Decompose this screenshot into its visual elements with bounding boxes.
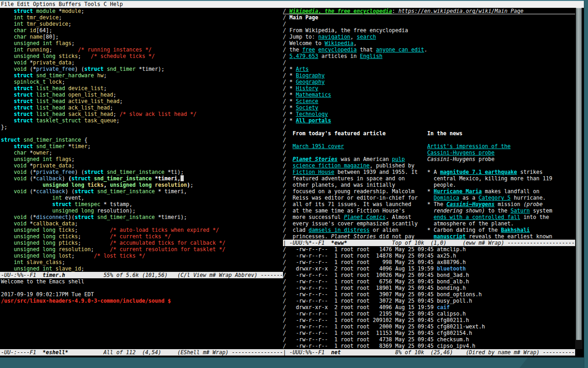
eshell-buffer[interactable]: Welcome to the Emacs shell2017-09-19 09:… bbox=[0, 278, 281, 349]
eww-link[interactable]: Saturn bbox=[510, 207, 530, 214]
minibuffer[interactable] bbox=[0, 356, 575, 357]
text-segment: long bbox=[139, 182, 152, 188]
text-segment bbox=[1, 8, 14, 14]
text-segment bbox=[1, 240, 14, 246]
eww-link[interactable]: Planet Stories bbox=[293, 156, 338, 162]
eww-link[interactable]: History bbox=[296, 85, 318, 92]
code-line: struct list_head open_list_head; bbox=[1, 92, 281, 98]
eww-link[interactable]: science fiction magazine bbox=[293, 162, 370, 169]
eww-link[interactable]: Category 5 bbox=[479, 195, 511, 201]
dired-file-name[interactable]: bond_options.h bbox=[437, 291, 482, 298]
eww-link[interactable]: Artist's impression of the bbox=[427, 143, 510, 150]
eww-link[interactable]: Cassini-Huygens probe bbox=[427, 150, 495, 156]
eww-link[interactable]: Biography bbox=[296, 72, 325, 79]
text-segment bbox=[27, 34, 30, 40]
text-segment: unsigned bbox=[14, 253, 40, 259]
dired-directory-name[interactable]: caif bbox=[437, 304, 450, 310]
scrollbar-track[interactable] bbox=[575, 8, 582, 349]
dired-file-name[interactable]: calipso.h bbox=[437, 310, 466, 317]
emacs-frame: FileEditOptionsBuffersToolsCHelp struct … bbox=[0, 0, 584, 357]
eww-link[interactable]: 5,479,653 bbox=[289, 53, 318, 59]
eww-link[interactable]: Planet Comics bbox=[344, 214, 386, 220]
text-segment: ; bbox=[72, 162, 75, 169]
dired-file-name[interactable]: cipso_ipv4.h bbox=[437, 343, 475, 349]
eww-content-line: / From Wikipedia, the free encyclopedia bbox=[283, 27, 575, 34]
dired-file-name[interactable]: atmclip.h bbox=[437, 246, 466, 253]
eww-link[interactable]: search bbox=[357, 34, 376, 40]
dired-file-name[interactable]: bond_3ad.h bbox=[437, 272, 469, 278]
menu-item-c[interactable]: C bbox=[104, 1, 107, 8]
dired-file-name[interactable]: cfg802154.h bbox=[437, 330, 472, 336]
eww-link[interactable]: damsels in distress bbox=[309, 227, 370, 233]
dired-file-name[interactable]: ax25.h bbox=[437, 253, 456, 259]
text-segment: people. bbox=[427, 182, 456, 188]
menu-item-edit[interactable]: Edit bbox=[17, 1, 30, 8]
dired-file-name[interactable]: cfg80211-wext.h bbox=[437, 323, 485, 330]
text-segment: *timeri); bbox=[155, 214, 187, 220]
dired-buffer-net[interactable]: / -rw-r--r-- 1 root root 1476 May 25 09:… bbox=[283, 246, 575, 349]
dired-file-name[interactable]: checksum.h bbox=[437, 336, 469, 343]
eww-link[interactable]: Fiction House bbox=[293, 169, 334, 175]
text-segment: timer bbox=[72, 143, 88, 150]
window-divider-glyph: / bbox=[283, 124, 289, 130]
text-segment: timespec bbox=[75, 201, 101, 207]
eww-link[interactable]: English bbox=[360, 53, 383, 59]
code-buffer-timer-h[interactable]: struct module *module; int tmr_device; i… bbox=[0, 8, 281, 273]
menu-item-options[interactable]: Options bbox=[33, 1, 56, 8]
code-line: int event, bbox=[1, 195, 281, 201]
eww-link[interactable]: Wikipedia bbox=[325, 40, 354, 46]
text-segment bbox=[1, 92, 14, 98]
dired-file-name[interactable]: cfg80211.h bbox=[437, 317, 469, 323]
eww-link[interactable]: encyclopedia bbox=[318, 46, 357, 53]
text-segment: /* running instances */ bbox=[78, 46, 152, 53]
dired-file-name[interactable]: bond_alb.h bbox=[437, 278, 469, 285]
text-segment: lost bbox=[59, 253, 72, 259]
in-the-news-column: Dominica as a Category 5 hurricane. bbox=[427, 195, 575, 201]
window-divider-glyph: | bbox=[283, 240, 289, 246]
menu-item-buffers[interactable]: Buffers bbox=[59, 1, 81, 8]
text-segment: void bbox=[14, 66, 27, 72]
dired-file-name[interactable]: ax88796.h bbox=[437, 259, 466, 265]
text-segment bbox=[315, 46, 318, 53]
eww-link[interactable]: ends with a controlled fall bbox=[434, 214, 520, 220]
eww-link[interactable]: Bakhshali bbox=[501, 227, 530, 233]
text-segment: . Almost bbox=[385, 214, 411, 220]
window-divider-glyph: / bbox=[283, 66, 289, 72]
eww-link[interactable]: Dominica bbox=[434, 195, 459, 201]
eww-link[interactable]: Cassini–Huygens bbox=[447, 201, 495, 207]
eww-link[interactable]: Geography bbox=[296, 79, 325, 85]
eww-link[interactable]: Mathematics bbox=[296, 92, 331, 98]
eww-link[interactable]: Wikipedia, the free encyclopedia bbox=[289, 8, 392, 14]
eww-link[interactable]: All portals bbox=[296, 117, 331, 124]
eww-link[interactable]: Arts bbox=[296, 66, 309, 72]
text-segment: into the bbox=[520, 214, 549, 220]
dired-directory-name[interactable]: bluetooth bbox=[437, 265, 466, 272]
eww-link[interactable]: pulp bbox=[392, 156, 405, 162]
emacs-menu-bar[interactable]: FileEditOptionsBuffersToolsCHelp bbox=[0, 1, 584, 8]
eww-link[interactable]: free bbox=[302, 46, 315, 53]
text-segment bbox=[1, 175, 14, 182]
text-segment: tmr_subdevice bbox=[27, 21, 68, 27]
eww-link[interactable]: anyone can edit bbox=[376, 46, 424, 53]
text-segment: ; bbox=[49, 46, 78, 53]
menu-item-tools[interactable]: Tools bbox=[85, 1, 101, 8]
scrollbar-thumb[interactable] bbox=[576, 8, 582, 340]
eww-link[interactable]: navigation bbox=[318, 34, 351, 40]
eww-link[interactable]: Society bbox=[296, 104, 318, 111]
text-segment: struct bbox=[14, 8, 33, 14]
text-segment: unsigned bbox=[110, 182, 136, 188]
text-segment: , bbox=[351, 34, 357, 40]
dired-file-name[interactable]: bonding.h bbox=[437, 285, 466, 291]
text-segment: Welcome to bbox=[289, 40, 325, 46]
eww-link[interactable]: Hurricane Maria bbox=[434, 188, 482, 195]
eww-link[interactable]: manuscript bbox=[434, 233, 466, 240]
text-segment bbox=[33, 98, 36, 104]
eww-link[interactable]: magnitude 7.1 earthquake bbox=[440, 169, 517, 175]
eww-buffer[interactable]: / Wikipedia, the free encyclopedia: http… bbox=[283, 8, 575, 240]
menu-item-help[interactable]: Help bbox=[110, 1, 123, 8]
menu-item-file[interactable]: File bbox=[1, 1, 14, 8]
eww-link[interactable]: Science bbox=[296, 98, 318, 104]
dired-file-name[interactable]: busy_poll.h bbox=[437, 298, 472, 304]
eww-link[interactable]: Technology bbox=[296, 111, 328, 117]
eww-link[interactable]: March 1951 cover bbox=[293, 143, 344, 150]
